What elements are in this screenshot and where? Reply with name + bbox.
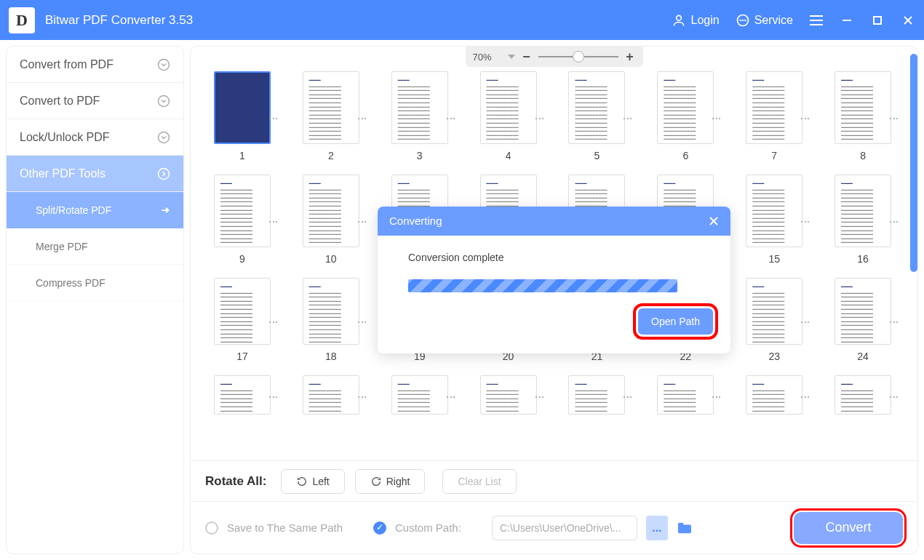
modal-close-icon[interactable] bbox=[709, 216, 719, 226]
minimize-icon bbox=[841, 15, 853, 26]
menu-label: Lock/Unlock PDF bbox=[20, 131, 110, 144]
page-number: 15 bbox=[768, 253, 780, 265]
menu-lock-unlock-pdf[interactable]: Lock/Unlock PDF bbox=[7, 119, 183, 156]
submenu-merge-pdf[interactable]: Merge PDF bbox=[7, 228, 183, 265]
login-button[interactable]: Login bbox=[672, 13, 719, 28]
thumbnail-cell: ▬▬▬▬▬▬▬▬▬▬▬▬▬▬▬▬▬▬▬▬▬▬▬▬▬▬▬▬▬▬▬▬▬▬▬▬▬▬▬▬… bbox=[734, 71, 817, 161]
page-thumbnail[interactable]: ▬▬▬▬▬▬▬▬▬▬▬▬▬▬▬▬▬▬▬▬▬▬▬▬▬▬▬▬▬▬▬▬▬▬▬▬▬▬▬▬… bbox=[835, 175, 891, 247]
page-thumbnail[interactable]: ▬▬▬▬▬▬▬▬▬▬▬▬▬▬▬▬▬▬▬▬▬▬▬▬▬▬▬▬▬▬▬▬▬▬▬▬▬▬▬▬… bbox=[746, 175, 802, 247]
menu-label: Convert to PDF bbox=[20, 95, 100, 108]
page-number: 6 bbox=[682, 150, 688, 161]
radio-custom-path[interactable] bbox=[373, 521, 386, 535]
submenu-label: Merge PDF bbox=[36, 241, 88, 252]
thumbnail-cell: ▬▬▬▬▬▬▬▬▬▬▬▬▬▬▬▬▬▬▬▬▬▬▬▬▬▬▬▬▬▬▬▬▬▬▬▬▬▬▬▬… bbox=[202, 375, 285, 415]
menu-convert-from-pdf[interactable]: Convert from PDF bbox=[7, 47, 183, 83]
clear-list-button[interactable]: Clear List bbox=[442, 469, 516, 494]
page-thumbnail[interactable]: ▬▬▬▬▬▬▬▬▬▬▬▬▬▬▬▬▬▬▬▬▬▬▬▬▬▬▬▬▬▬▬▬▬▬▬▬▬▬▬▬… bbox=[214, 375, 271, 415]
path-browse-button[interactable]: ... bbox=[646, 516, 668, 540]
thumbnail-cell: ▬▬▬▬▬▬▬▬▬▬▬▬▬▬▬▬▬▬▬▬▬▬▬▬▬▬▬▬▬▬▬▬▬▬▬▬▬▬▬▬… bbox=[557, 375, 640, 415]
page-thumbnail[interactable]: ▬▬▬▬▬▬▬▬▬▬▬▬▬▬▬▬▬▬▬▬▬▬▬▬▬▬▬▬▬▬▬▬▬▬▬▬▬▬▬▬… bbox=[746, 375, 802, 415]
maximize-icon bbox=[872, 15, 883, 25]
path-input[interactable]: C:\Users\User\OneDrive\... bbox=[492, 516, 637, 540]
page-thumbnail[interactable]: ▬▬▬▬▬▬▬▬▬▬▬▬▬▬▬▬▬▬▬▬▬▬▬▬▬▬▬▬▬▬▬▬▬▬▬▬▬▬▬▬… bbox=[835, 71, 891, 144]
service-label: Service bbox=[754, 14, 793, 27]
page-thumbnail[interactable]: ▬▬▬▬▬▬▬▬▬▬▬▬▬▬▬▬▬▬▬▬▬▬▬▬▬▬▬▬▬▬▬▬▬▬▬▬▬▬▬▬… bbox=[303, 175, 359, 247]
thumbnail-cell: ▬▬▬▬▬▬▬▬▬▬▬▬▬▬▬▬▬▬▬▬▬▬▬▬▬▬▬▬▬▬▬▬▬▬▬▬▬▬▬▬… bbox=[823, 175, 906, 265]
page-thumbnail[interactable]: ▬▬▬▬▬▬▬▬▬▬▬▬▬▬▬▬▬▬▬▬▬▬▬▬▬▬▬▬▬▬▬▬▬▬▬▬▬▬▬▬… bbox=[303, 375, 359, 415]
svg-point-13 bbox=[159, 95, 170, 106]
user-icon bbox=[672, 13, 686, 28]
thumbnail-cell: ▬▬▬▬▬▬▬▬▬▬▬▬▬▬▬▬▬▬▬▬▬▬▬▬▬▬▬▬▬▬▬▬▬▬▬▬▬▬▬▬… bbox=[823, 278, 906, 362]
close-button[interactable] bbox=[901, 13, 915, 28]
page-thumbnail[interactable]: ▬▬▬▬▬▬▬▬▬▬▬▬▬▬▬▬▬▬▬▬▬▬▬▬▬▬▬▬▬▬▬▬▬▬▬▬▬▬▬▬… bbox=[214, 175, 271, 247]
folder-icon[interactable] bbox=[677, 521, 693, 535]
radio-custom-path-label: Custom Path: bbox=[395, 521, 461, 534]
page-thumbnail[interactable]: ▬▬▬▬▬▬▬▬▬▬▬▬▬▬▬▬▬▬▬▬▬▬▬▬▬▬▬▬▬▬▬▬▬▬▬▬▬▬▬▬… bbox=[214, 278, 271, 345]
service-button[interactable]: Service bbox=[736, 13, 793, 28]
minimize-button[interactable] bbox=[840, 13, 854, 28]
titlebar: D Bitwar PDF Converter 3.53 Login Servic… bbox=[0, 0, 924, 40]
svg-rect-9 bbox=[874, 17, 881, 24]
page-thumbnail[interactable]: ▬▬▬▬▬▬▬▬▬▬▬▬▬▬▬▬▬▬▬▬▬▬▬▬▬▬▬▬▬▬▬▬▬▬▬▬▬▬▬▬… bbox=[835, 375, 891, 415]
svg-point-12 bbox=[159, 59, 170, 70]
radio-same-path-label: Save to The Same Path bbox=[227, 521, 343, 534]
page-thumbnail[interactable]: ▬▬▬▬▬▬▬▬▬▬▬▬▬▬▬▬▬▬▬▬▬▬▬▬▬▬▬▬▬▬▬▬▬▬▬▬▬▬▬▬… bbox=[835, 278, 891, 345]
modal-title: Converting bbox=[389, 215, 442, 227]
page-number: 4 bbox=[506, 150, 511, 161]
rotate-left-icon bbox=[296, 476, 308, 487]
thumbnail-cell: ▬▬▬▬▬▬▬▬▬▬▬▬▬▬▬▬▬▬▬▬▬▬▬▬▬▬▬▬▬▬▬▬▬▬▬▬▬▬▬▬… bbox=[202, 175, 285, 265]
page-thumbnail[interactable]: ▬▬▬▬▬▬▬▬▬▬▬▬▬▬▬▬▬▬▬▬▬▬▬▬▬▬▬▬▬▬▬▬▬▬▬▬▬▬▬▬… bbox=[746, 71, 802, 144]
rotate-left-button[interactable]: Left bbox=[281, 469, 344, 494]
page-thumbnail[interactable]: ▬▬▬▬▬▬▬▬▬▬▬▬▬▬▬▬▬▬▬▬▬▬▬▬▬▬▬▬▬▬▬▬▬▬▬▬▬▬▬▬… bbox=[303, 278, 359, 345]
modal-message: Conversion complete bbox=[408, 252, 700, 263]
menu-label: Convert from PDF bbox=[20, 58, 113, 71]
converting-modal: Converting Conversion complete Open Path bbox=[378, 207, 730, 353]
open-path-label: Open Path bbox=[651, 316, 700, 327]
menu-button[interactable] bbox=[809, 13, 824, 28]
page-thumbnail[interactable]: ▬▬▬▬▬▬▬▬▬▬▬▬▬▬▬▬▬▬▬▬▬▬▬▬▬▬▬▬▬▬▬▬▬▬▬▬▬▬▬▬… bbox=[657, 375, 714, 415]
page-number: 7 bbox=[771, 150, 777, 161]
thumbnail-cell: 1⋮ bbox=[202, 71, 285, 161]
sidebar: Convert from PDF Convert to PDF Lock/Unl… bbox=[6, 46, 184, 554]
thumbnail-cell: ▬▬▬▬▬▬▬▬▬▬▬▬▬▬▬▬▬▬▬▬▬▬▬▬▬▬▬▬▬▬▬▬▬▬▬▬▬▬▬▬… bbox=[291, 71, 374, 161]
thumbnail-cell: ▬▬▬▬▬▬▬▬▬▬▬▬▬▬▬▬▬▬▬▬▬▬▬▬▬▬▬▬▬▬▬▬▬▬▬▬▬▬▬▬… bbox=[645, 71, 728, 161]
rotate-left-label: Left bbox=[312, 476, 329, 487]
page-thumbnail[interactable]: ▬▬▬▬▬▬▬▬▬▬▬▬▬▬▬▬▬▬▬▬▬▬▬▬▬▬▬▬▬▬▬▬▬▬▬▬▬▬▬▬… bbox=[746, 278, 802, 345]
page-thumbnail[interactable]: ▬▬▬▬▬▬▬▬▬▬▬▬▬▬▬▬▬▬▬▬▬▬▬▬▬▬▬▬▬▬▬▬▬▬▬▬▬▬▬▬… bbox=[657, 71, 714, 144]
path-toolbar: Save to The Same Path Custom Path: C:\Us… bbox=[191, 501, 917, 553]
page-thumbnail[interactable] bbox=[214, 71, 271, 144]
page-thumbnail[interactable]: ▬▬▬▬▬▬▬▬▬▬▬▬▬▬▬▬▬▬▬▬▬▬▬▬▬▬▬▬▬▬▬▬▬▬▬▬▬▬▬▬… bbox=[303, 71, 359, 144]
page-thumbnail[interactable]: ▬▬▬▬▬▬▬▬▬▬▬▬▬▬▬▬▬▬▬▬▬▬▬▬▬▬▬▬▬▬▬▬▬▬▬▬▬▬▬▬… bbox=[568, 375, 625, 415]
page-thumbnail[interactable]: ▬▬▬▬▬▬▬▬▬▬▬▬▬▬▬▬▬▬▬▬▬▬▬▬▬▬▬▬▬▬▬▬▬▬▬▬▬▬▬▬… bbox=[391, 71, 448, 144]
page-number: 9 bbox=[239, 253, 245, 265]
menu-icon bbox=[809, 15, 824, 26]
thumbnail-cell: ▬▬▬▬▬▬▬▬▬▬▬▬▬▬▬▬▬▬▬▬▬▬▬▬▬▬▬▬▬▬▬▬▬▬▬▬▬▬▬▬… bbox=[645, 375, 728, 415]
rotate-right-button[interactable]: Right bbox=[355, 469, 426, 494]
page-thumbnail[interactable]: ▬▬▬▬▬▬▬▬▬▬▬▬▬▬▬▬▬▬▬▬▬▬▬▬▬▬▬▬▬▬▬▬▬▬▬▬▬▬▬▬… bbox=[391, 375, 448, 415]
page-number: 17 bbox=[236, 351, 248, 362]
svg-point-15 bbox=[159, 168, 170, 179]
thumbnail-cell: ▬▬▬▬▬▬▬▬▬▬▬▬▬▬▬▬▬▬▬▬▬▬▬▬▬▬▬▬▬▬▬▬▬▬▬▬▬▬▬▬… bbox=[469, 71, 551, 161]
maximize-button[interactable] bbox=[870, 13, 885, 28]
page-number: 10 bbox=[325, 253, 337, 265]
modal-header: Converting bbox=[378, 207, 730, 236]
app-logo: D bbox=[9, 7, 35, 33]
chevron-down-icon bbox=[157, 131, 170, 144]
page-number: 24 bbox=[857, 351, 869, 362]
page-thumbnail[interactable]: ▬▬▬▬▬▬▬▬▬▬▬▬▬▬▬▬▬▬▬▬▬▬▬▬▬▬▬▬▬▬▬▬▬▬▬▬▬▬▬▬… bbox=[480, 375, 537, 415]
page-thumbnail[interactable]: ▬▬▬▬▬▬▬▬▬▬▬▬▬▬▬▬▬▬▬▬▬▬▬▬▬▬▬▬▬▬▬▬▬▬▬▬▬▬▬▬… bbox=[480, 71, 537, 144]
arrow-right-icon bbox=[160, 205, 170, 215]
page-thumbnail[interactable]: ▬▬▬▬▬▬▬▬▬▬▬▬▬▬▬▬▬▬▬▬▬▬▬▬▬▬▬▬▬▬▬▬▬▬▬▬▬▬▬▬… bbox=[568, 71, 625, 144]
menu-other-pdf-tools[interactable]: Other PDF Tools bbox=[7, 156, 183, 192]
submenu-split-rotate[interactable]: Split/Rotate PDF bbox=[7, 192, 183, 228]
radio-same-path[interactable] bbox=[205, 521, 218, 535]
rotate-right-label: Right bbox=[386, 476, 410, 487]
convert-button[interactable]: Convert bbox=[794, 512, 903, 544]
svg-point-14 bbox=[159, 132, 170, 143]
thumbnail-cell: ▬▬▬▬▬▬▬▬▬▬▬▬▬▬▬▬▬▬▬▬▬▬▬▬▬▬▬▬▬▬▬▬▬▬▬▬▬▬▬▬… bbox=[734, 175, 817, 265]
menu-convert-to-pdf[interactable]: Convert to PDF bbox=[7, 83, 183, 119]
thumbnail-cell: ▬▬▬▬▬▬▬▬▬▬▬▬▬▬▬▬▬▬▬▬▬▬▬▬▬▬▬▬▬▬▬▬▬▬▬▬▬▬▬▬… bbox=[734, 375, 817, 415]
submenu-compress-pdf[interactable]: Compress PDF bbox=[7, 265, 183, 301]
open-path-button[interactable]: Open Path bbox=[638, 308, 713, 335]
chevron-right-icon bbox=[157, 167, 170, 180]
